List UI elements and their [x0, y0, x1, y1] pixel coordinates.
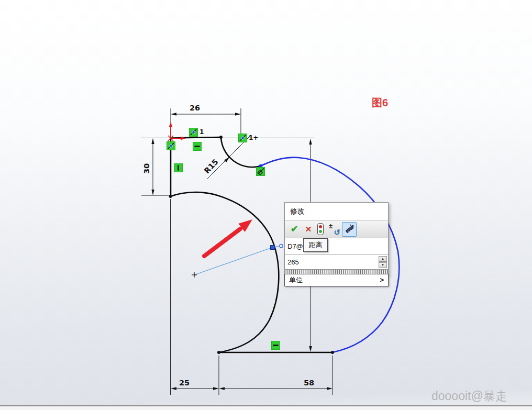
modify-dialog-toolbar: ✔ ✕ ± ↺	[285, 220, 388, 238]
relation-horizontal-icon[interactable]	[271, 341, 280, 350]
value-spinner: ▲ ▼	[379, 256, 387, 268]
dimension-bottom-left[interactable]: 25	[171, 379, 219, 390]
modify-dialog-title[interactable]: 修改	[285, 203, 388, 220]
modify-dialog: 修改 ✔ ✕ ± ↺	[284, 202, 389, 275]
dimension-value: 265	[287, 258, 299, 266]
check-icon: ✔	[291, 224, 298, 235]
units-section-bar[interactable]: 单位 >	[284, 274, 389, 286]
cancel-button[interactable]: ✕	[302, 220, 315, 238]
dimension-value-field[interactable]: 265 ▲ ▼	[285, 255, 388, 269]
sketch-large-arc-left[interactable]	[171, 192, 279, 352]
dimension-wand-icon	[343, 224, 355, 235]
attachment-circle	[280, 244, 283, 247]
expander-arrow-icon[interactable]: >	[380, 274, 384, 286]
dimension-bottom-right[interactable]: 58	[219, 379, 333, 390]
relation-horizontal-icon[interactable]	[193, 142, 202, 151]
relation-coincident-icon[interactable]	[189, 128, 198, 137]
figure-number-label: 图6	[372, 96, 388, 110]
dimension-30-text[interactable]: 30	[142, 163, 151, 174]
plus-minus-undo-icon: ± ↺	[328, 224, 340, 235]
origin-marker[interactable]	[168, 122, 186, 141]
dimension-top-width[interactable]: 26	[171, 104, 241, 116]
drag-handle-square[interactable]	[271, 246, 275, 250]
watermark-text: dooooit@暴走	[431, 388, 507, 404]
traffic-light-icon	[317, 223, 324, 235]
spinner-up-icon[interactable]: ▲	[379, 256, 387, 262]
restore-value-button[interactable]: ± ↺	[328, 220, 340, 238]
spin-increment-button[interactable]	[342, 222, 357, 237]
relation-number-label: 1	[199, 128, 204, 136]
relation-coincident-icon[interactable]	[238, 134, 247, 142]
relation-number-label: 1+	[249, 134, 258, 141]
sketch-canvas[interactable]: 26 30 25 58	[0, 0, 532, 410]
dimension-25-text[interactable]: 25	[179, 379, 190, 387]
dimension-58-text[interactable]: 58	[304, 379, 314, 387]
solidworks-sketch-viewport: 26 30 25 58	[0, 0, 532, 410]
relation-vertical-icon[interactable]	[174, 163, 183, 172]
x-icon: ✕	[305, 225, 312, 234]
dimension-leader-handle[interactable]	[192, 244, 283, 278]
rebuild-button[interactable]	[316, 220, 325, 238]
dimension-name-value: D7@	[287, 242, 303, 250]
bottom-strip	[0, 406, 532, 410]
dimension-r15-text[interactable]: R15	[203, 158, 220, 175]
spinner-down-icon[interactable]: ▼	[379, 262, 387, 268]
accept-button[interactable]: ✔	[288, 220, 301, 238]
units-label: 单位	[285, 276, 303, 284]
dimension-left-height[interactable]: 30	[142, 138, 154, 195]
distance-tooltip: 距离	[303, 238, 328, 252]
dimension-name-field[interactable]: D7@	[285, 238, 388, 255]
annotation-arrow-red	[204, 219, 252, 256]
relation-coincident-icon[interactable]	[167, 141, 175, 150]
relation-tangent-icon[interactable]	[256, 167, 265, 176]
dimension-26-text[interactable]: 26	[190, 104, 200, 112]
